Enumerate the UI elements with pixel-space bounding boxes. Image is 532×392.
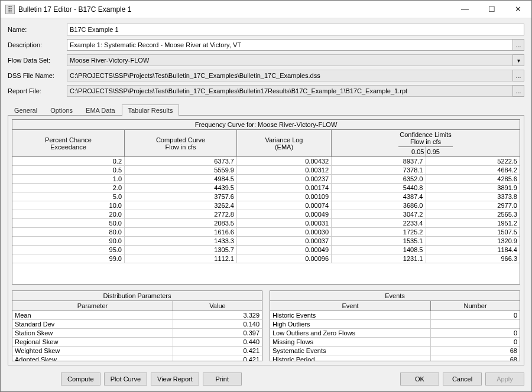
flow-data-set-dropdown-button[interactable]: ▾ bbox=[512, 54, 524, 66]
dss-file-field: C:\PROJECTS\SSP\Projects\Test\Bulletin_1… bbox=[67, 70, 513, 81]
cell-percent: 10.0 bbox=[12, 201, 125, 210]
cell-param: Standard Dev bbox=[12, 320, 173, 328]
dss-file-ellipsis-button[interactable]: ... bbox=[512, 70, 524, 81]
cell-number: 68 bbox=[431, 347, 520, 355]
cell-conf-095: 966.3 bbox=[426, 254, 520, 263]
tab-tabular-results[interactable]: Tabular Results bbox=[122, 104, 180, 116]
cell-conf-095: 2565.3 bbox=[426, 210, 520, 218]
table-row[interactable]: 20.02772.80.000493047.22565.3 bbox=[12, 210, 520, 219]
ok-button[interactable]: OK bbox=[400, 373, 439, 386]
cell-param: Station Skew bbox=[12, 329, 173, 337]
table-row[interactable]: Missing Flows0 bbox=[270, 338, 520, 347]
table-row[interactable]: 1.04984.50.002376352.04285.6 bbox=[12, 175, 520, 184]
description-ellipsis-button[interactable]: ... bbox=[512, 39, 524, 51]
table-row[interactable]: Historic Events0 bbox=[270, 311, 520, 320]
cell-value: 3.329 bbox=[173, 311, 262, 319]
table-row[interactable]: 50.02083.50.000312233.41951.2 bbox=[12, 219, 520, 228]
table-row[interactable]: 90.01433.30.000371535.11320.9 bbox=[12, 237, 520, 246]
cell-number: 0 bbox=[431, 338, 520, 346]
frequency-curve-header: Percent Chance Exceedance Computed Curve… bbox=[12, 130, 520, 157]
cell-variance: 0.00074 bbox=[237, 201, 332, 210]
cell-computed: 2772.8 bbox=[125, 210, 237, 218]
minimize-button[interactable]: — bbox=[452, 1, 478, 18]
tab-options[interactable]: Options bbox=[44, 104, 79, 116]
col-percent-chance: Percent Chance Exceedance bbox=[12, 130, 125, 156]
cell-percent: 90.0 bbox=[12, 237, 125, 245]
distribution-parameters-body[interactable]: Mean3.329Standard Dev0.140Station Skew0.… bbox=[12, 311, 262, 361]
cell-conf-005: 7378.1 bbox=[332, 166, 426, 174]
title-bar: ⣿ Bulletin 17 Editor - B17C Example 1 — … bbox=[1, 1, 531, 18]
app-icon: ⣿ bbox=[5, 5, 15, 14]
tab-general[interactable]: General bbox=[8, 104, 44, 116]
cell-computed: 1433.3 bbox=[125, 237, 237, 245]
events-body[interactable]: Historic Events0High OutliersLow Outlier… bbox=[270, 311, 520, 361]
cell-variance: 0.00037 bbox=[237, 237, 332, 245]
table-row[interactable]: 2.04439.50.001745440.83891.9 bbox=[12, 184, 520, 192]
cell-conf-005: 4387.4 bbox=[332, 192, 426, 201]
table-row[interactable]: 99.01112.10.000961231.1966.3 bbox=[12, 254, 520, 263]
window-controls: — ☐ ✕ bbox=[452, 1, 531, 18]
cell-percent: 95.0 bbox=[12, 246, 125, 254]
table-row[interactable]: Regional Skew0.440 bbox=[12, 338, 262, 347]
tab-ema-data[interactable]: EMA Data bbox=[79, 104, 122, 116]
table-row[interactable]: Standard Dev0.140 bbox=[12, 320, 262, 329]
plot-curve-button[interactable]: Plot Curve bbox=[104, 373, 147, 386]
cancel-button[interactable]: Cancel bbox=[443, 373, 482, 386]
maximize-button[interactable]: ☐ bbox=[478, 1, 505, 18]
cell-computed: 4439.5 bbox=[125, 184, 237, 192]
cell-variance: 0.00031 bbox=[237, 219, 332, 227]
table-row[interactable]: High Outliers bbox=[270, 320, 520, 329]
close-button[interactable]: ✕ bbox=[505, 1, 531, 18]
cell-conf-095: 4285.6 bbox=[426, 175, 520, 183]
tab-strip: General Options EMA Data Tabular Results bbox=[1, 104, 531, 116]
cell-conf-005: 6352.0 bbox=[332, 175, 426, 183]
cell-conf-005: 1408.5 bbox=[332, 246, 426, 254]
cell-value: 0.397 bbox=[173, 329, 262, 337]
table-row[interactable]: Weighted Skew0.421 bbox=[12, 347, 262, 355]
cell-number: 68 bbox=[431, 355, 520, 361]
col-conf-005: 0.05 bbox=[410, 147, 426, 156]
table-row[interactable]: 10.03262.40.000743686.02977.0 bbox=[12, 201, 520, 210]
description-field[interactable] bbox=[67, 39, 513, 51]
cell-event: Low Outliers and Zero Flows bbox=[270, 329, 431, 337]
distribution-parameters-panel: Distribution Parameters Parameter Value … bbox=[12, 290, 262, 361]
bottom-panels: Distribution Parameters Parameter Value … bbox=[12, 290, 520, 361]
table-row[interactable]: Mean3.329 bbox=[12, 311, 262, 320]
cell-number: 0 bbox=[431, 329, 520, 337]
print-button[interactable]: Print bbox=[203, 373, 242, 386]
cell-computed: 3262.4 bbox=[125, 201, 237, 210]
col-parameter: Parameter bbox=[12, 301, 173, 311]
col-event: Event bbox=[270, 301, 431, 311]
table-row[interactable]: 0.26373.70.004328937.75222.5 bbox=[12, 157, 520, 166]
table-row[interactable]: 80.01616.60.000301725.21507.5 bbox=[12, 228, 520, 237]
cell-percent: 0.5 bbox=[12, 166, 125, 174]
table-row[interactable]: 5.03757.60.001094387.43373.8 bbox=[12, 192, 520, 201]
apply-button[interactable]: Apply bbox=[485, 373, 524, 386]
table-row[interactable]: 95.01305.70.000491408.51184.4 bbox=[12, 246, 520, 254]
cell-computed: 1305.7 bbox=[125, 246, 237, 254]
view-report-button[interactable]: View Report bbox=[151, 373, 199, 386]
cell-param: Adopted Skew bbox=[12, 355, 173, 361]
events-panel: Events Event Number Historic Events0High… bbox=[270, 290, 520, 361]
cell-value: 0.421 bbox=[173, 347, 262, 355]
cell-number: 0 bbox=[431, 311, 520, 319]
cell-value: 0.421 bbox=[173, 355, 262, 361]
cell-conf-005: 3047.2 bbox=[332, 210, 426, 218]
row-report-file: Report File: C:\PROJECTS\SSP\Projects\Te… bbox=[8, 84, 524, 97]
cell-conf-095: 3373.8 bbox=[426, 192, 520, 201]
table-row[interactable]: Adopted Skew0.421 bbox=[12, 355, 262, 361]
compute-button[interactable]: Compute bbox=[61, 373, 100, 386]
table-row[interactable]: Low Outliers and Zero Flows0 bbox=[270, 329, 520, 338]
report-file-ellipsis-button[interactable]: ... bbox=[512, 85, 524, 97]
table-row[interactable]: 0.55559.90.003127378.14684.2 bbox=[12, 166, 520, 175]
cell-variance: 0.00049 bbox=[237, 210, 332, 218]
table-row[interactable]: Station Skew0.397 bbox=[12, 329, 262, 338]
cell-event: Missing Flows bbox=[270, 338, 431, 346]
frequency-curve-body[interactable]: 0.26373.70.004328937.75222.50.55559.90.0… bbox=[12, 157, 520, 284]
table-row[interactable]: Systematic Events68 bbox=[270, 347, 520, 355]
table-row[interactable]: Historic Period68 bbox=[270, 355, 520, 361]
cell-computed: 6373.7 bbox=[125, 157, 237, 165]
cell-variance: 0.00312 bbox=[237, 166, 332, 174]
name-field[interactable] bbox=[67, 24, 524, 35]
flow-data-set-select[interactable]: Moose River-Victory-FLOW bbox=[67, 54, 513, 66]
